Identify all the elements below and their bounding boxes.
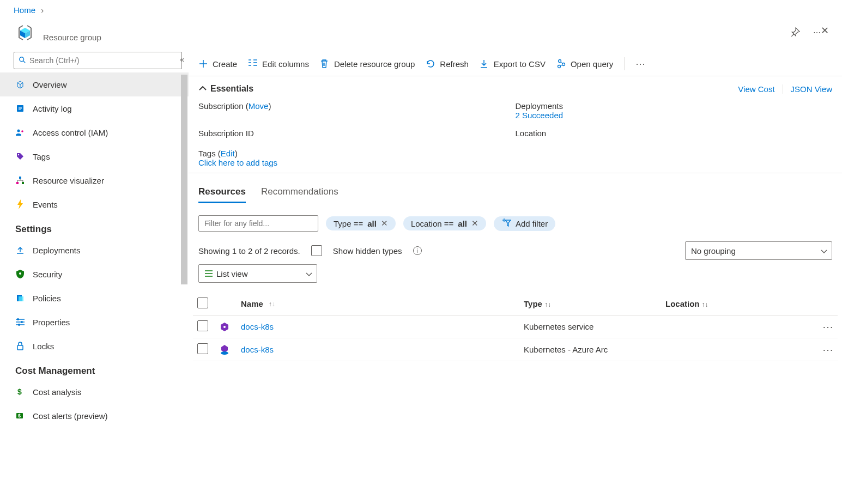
move-link[interactable]: Move <box>249 101 269 111</box>
toolbar-more-icon[interactable]: ⋯ <box>635 58 645 70</box>
sidebar-item-label: Events <box>33 200 58 209</box>
policy-icon <box>15 293 25 303</box>
subscription-field: Subscription (Move) <box>198 101 516 120</box>
refresh-button[interactable]: Refresh <box>426 59 469 69</box>
sidebar-item-cost-analysis[interactable]: $ Cost analysis <box>0 380 189 404</box>
sidebar-section-cost: Cost Management <box>0 358 189 380</box>
kubernetes-icon <box>219 321 230 332</box>
close-icon[interactable]: ✕ <box>821 25 829 37</box>
kubernetes-arc-icon <box>219 344 230 355</box>
svg-point-12 <box>19 272 21 275</box>
sidebar-item-cost-alerts[interactable]: $ Cost alerts (preview) <box>0 404 189 428</box>
delete-button[interactable]: Delete resource group <box>320 59 415 69</box>
info-icon[interactable]: i <box>413 246 422 255</box>
collapse-sidebar-icon[interactable]: « <box>180 55 184 64</box>
sidebar-item-access-control[interactable]: Access control (IAM) <box>0 120 189 144</box>
sidebar-item-events[interactable]: Events <box>0 192 189 216</box>
export-button[interactable]: Export to CSV <box>480 59 546 69</box>
column-name[interactable]: Name↑↓ <box>241 299 524 308</box>
sidebar-item-label: Policies <box>33 294 61 303</box>
sidebar-item-label: Locks <box>33 342 54 351</box>
svg-point-26 <box>223 326 226 328</box>
resources-table: Name↑↓ Type↑↓ Location↑↓ docs-k8s Kubern… <box>193 293 838 361</box>
sidebar-item-locks[interactable]: Locks <box>0 334 189 358</box>
sort-icon: ↑↓ <box>269 300 275 308</box>
pin-icon[interactable] <box>788 25 802 41</box>
sidebar-item-label: Resource visualizer <box>33 176 104 185</box>
sidebar-scrollbar[interactable] <box>180 75 189 504</box>
chevron-right-icon: › <box>41 5 44 15</box>
refresh-icon <box>426 59 435 69</box>
sidebar-item-properties[interactable]: Properties <box>0 310 189 334</box>
svg-point-24 <box>558 65 560 68</box>
sidebar-item-security[interactable]: Security <box>0 262 189 286</box>
dollar-icon: $ <box>15 387 25 397</box>
tab-resources[interactable]: Resources <box>198 186 246 203</box>
filter-pill-location[interactable]: Location == all ✕ <box>403 216 486 230</box>
resource-group-icon <box>14 21 37 44</box>
show-hidden-checkbox[interactable] <box>311 245 322 256</box>
svg-marker-27 <box>221 345 228 353</box>
resource-type: Kubernetes service <box>524 322 665 331</box>
search-input[interactable] <box>29 56 177 65</box>
json-view-link[interactable]: JSON View <box>791 84 832 94</box>
edit-columns-label: Edit columns <box>262 59 309 69</box>
sidebar-item-label: Cost analysis <box>33 387 81 397</box>
upload-icon <box>15 245 25 255</box>
shield-icon <box>15 269 25 279</box>
sidebar-item-policies[interactable]: Policies <box>0 286 189 310</box>
sidebar-item-activity-log[interactable]: Activity log <box>0 96 189 120</box>
refresh-label: Refresh <box>440 59 469 69</box>
grouping-select[interactable]: No grouping <box>685 241 832 260</box>
list-icon <box>204 269 213 278</box>
filter-pill-type[interactable]: Type == all ✕ <box>326 216 396 230</box>
edit-columns-button[interactable]: Edit columns <box>248 59 309 69</box>
row-checkbox[interactable] <box>197 343 208 354</box>
content-tabs: Resources Recommendations <box>198 186 832 203</box>
column-type[interactable]: Type↑↓ <box>524 299 665 308</box>
row-more-icon[interactable]: ⋯ <box>807 343 833 356</box>
sidebar-item-deployments[interactable]: Deployments <box>0 238 189 262</box>
add-filter-button[interactable]: Add filter <box>494 216 555 231</box>
row-checkbox[interactable] <box>197 320 208 331</box>
sidebar-item-resource-visualizer[interactable]: Resource visualizer <box>0 168 189 192</box>
sidebar-item-tags[interactable]: Tags <box>0 144 189 168</box>
deployments-value[interactable]: 2 Succeeded <box>516 111 833 120</box>
table-header: Name↑↓ Type↑↓ Location↑↓ <box>193 293 838 315</box>
nav-list: Overview Activity log Access control (IA… <box>0 72 189 428</box>
tab-recommendations[interactable]: Recommendations <box>261 186 338 203</box>
sort-icon: ↑↓ <box>544 301 551 308</box>
column-location[interactable]: Location↑↓ <box>665 299 807 308</box>
chevron-up-icon[interactable] <box>198 84 207 93</box>
sidebar-search[interactable] <box>14 52 182 69</box>
svg-rect-18 <box>17 345 23 350</box>
view-select[interactable]: List view <box>198 264 317 283</box>
sidebar-item-overview[interactable]: Overview <box>0 72 189 96</box>
location-label: Location <box>516 129 833 138</box>
chevron-down-icon <box>306 269 312 278</box>
export-label: Export to CSV <box>494 59 546 69</box>
table-row: docs-k8s Kubernetes service ⋯ <box>193 315 838 338</box>
view-cost-link[interactable]: View Cost <box>738 84 774 94</box>
resource-name-link[interactable]: docs-k8s <box>241 322 524 331</box>
delete-label: Delete resource group <box>334 59 415 69</box>
filter-input[interactable] <box>198 215 318 232</box>
resource-name-link[interactable]: docs-k8s <box>241 345 524 354</box>
edit-tags-link[interactable]: Edit <box>221 149 235 158</box>
add-tags-link[interactable]: Click here to add tags <box>198 158 832 167</box>
sidebar-item-label: Tags <box>33 152 50 161</box>
sidebar-item-label: Cost alerts (preview) <box>33 411 108 421</box>
lightning-icon <box>15 199 25 209</box>
select-all-checkbox[interactable] <box>197 297 208 308</box>
open-query-button[interactable]: Open query <box>556 59 613 69</box>
open-query-label: Open query <box>571 59 613 69</box>
close-icon[interactable]: ✕ <box>471 218 478 228</box>
show-hidden-label: Show hidden types <box>333 246 402 256</box>
records-count: Showing 1 to 2 of 2 records. <box>198 246 300 256</box>
breadcrumb: Home › <box>0 0 842 18</box>
svg-point-17 <box>18 324 20 326</box>
close-icon[interactable]: ✕ <box>381 218 388 228</box>
row-more-icon[interactable]: ⋯ <box>807 320 833 333</box>
breadcrumb-home[interactable]: Home <box>14 5 35 15</box>
create-button[interactable]: Create <box>198 59 237 69</box>
